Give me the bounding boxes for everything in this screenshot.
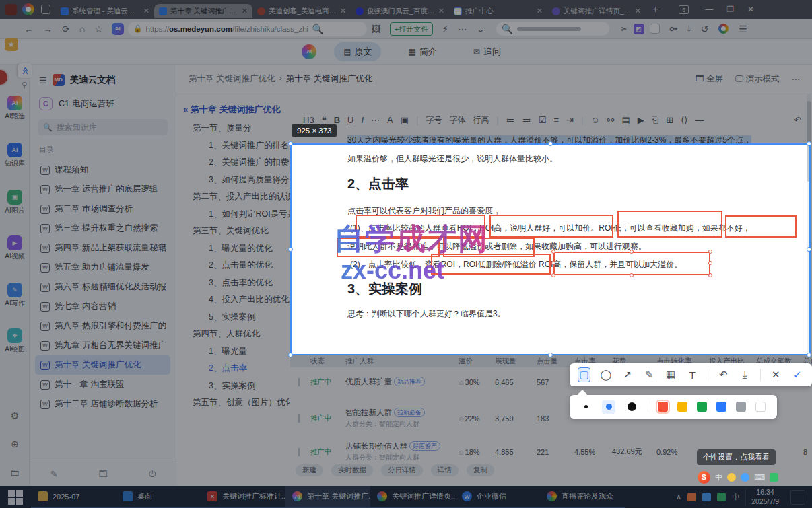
home-icon[interactable]: ⌂ — [79, 24, 85, 34]
annotation-rect[interactable] — [725, 215, 797, 238]
emoji-icon[interactable]: ☺ — [590, 115, 599, 125]
toc-item[interactable]: 5、实操案例 — [183, 309, 290, 326]
back-icon[interactable]: ← — [24, 24, 34, 34]
taskbar-item-folder[interactable]: 2025-07 — [31, 486, 116, 508]
toc-item[interactable]: 2、关键词推广的扣费公式 — [183, 154, 290, 172]
pen-tool-icon[interactable]: ✎ — [643, 367, 656, 382]
font-color-icon[interactable]: A — [387, 115, 393, 125]
toc-title[interactable]: « 第十章 关键词推广优化 — [183, 104, 290, 116]
bolt-icon[interactable]: ⚡ — [442, 24, 448, 34]
browser-profile-icon[interactable] — [22, 3, 34, 15]
ime-mode-indicator[interactable]: 中 — [732, 492, 739, 502]
arrow-tool-icon[interactable]: ↗ — [621, 367, 634, 382]
color-blue[interactable] — [716, 402, 726, 412]
sidebar-item-ch8[interactable]: W第八章 热浪引擎和付费推广的 — [35, 316, 170, 336]
tab-original-text[interactable]: ▤原文 — [334, 42, 381, 61]
toc-item[interactable]: 1、如何判定ROI是亏是赚 — [183, 206, 290, 223]
tab-summary[interactable]: ▦简介 — [399, 42, 446, 61]
link-icon[interactable]: ⚯ — [607, 115, 615, 125]
selection-handle[interactable] — [288, 141, 293, 146]
code-icon[interactable]: ⟨⟩ — [681, 115, 687, 125]
bookmark-icon[interactable]: ☆ — [94, 24, 103, 34]
keyboard-ime-icon[interactable]: ⌨ — [754, 473, 765, 482]
color-red[interactable] — [658, 402, 668, 412]
present-mode-button[interactable]: 🖵 演示模式 — [735, 73, 780, 85]
cancel-capture-icon[interactable]: ✕ — [770, 367, 782, 382]
text-tool-icon[interactable]: T — [686, 367, 699, 382]
maximize-button[interactable]: ❐ — [726, 5, 734, 14]
quote-icon[interactable]: ❝ — [322, 115, 327, 125]
sidebar-item-ch2[interactable]: W第二章 市场调查分析 — [35, 199, 170, 219]
save-download-icon[interactable]: ⤓ — [739, 367, 751, 382]
selection-handle[interactable] — [807, 353, 811, 357]
reload-icon[interactable]: ⟳ — [62, 24, 70, 34]
copy-button[interactable]: 复制 — [467, 464, 494, 476]
bold-icon[interactable]: B — [334, 115, 340, 125]
fullscreen-button[interactable]: 🗖 全屏 — [696, 73, 723, 85]
annotation-rect-selected[interactable] — [553, 252, 710, 275]
selection-handle[interactable] — [548, 353, 553, 357]
toc-item-active[interactable]: 2、点击率 — [183, 360, 290, 377]
indent-icon[interactable]: ⇥ — [566, 115, 574, 125]
quick-search-input[interactable]: 🔍 — [496, 22, 609, 36]
color-green[interactable] — [697, 402, 707, 412]
annotation-rect[interactable] — [617, 211, 722, 238]
hamburger-menu-icon[interactable]: ☰ — [739, 24, 747, 34]
tab-promo-center[interactable]: 推广中心 ✕ — [449, 4, 547, 18]
tab-close-icon[interactable]: ✕ — [438, 7, 444, 15]
font-family-select[interactable]: 字体 — [449, 114, 465, 126]
rail-plugin-icon[interactable]: ⊕ — [0, 439, 30, 449]
sidebar-item-ch3[interactable]: W第三章 提升权重之自然搜索 — [35, 219, 170, 238]
class-selector[interactable]: C C1-电商运营班 — [30, 86, 176, 110]
toc-item[interactable]: 第一节、质量分 — [183, 120, 290, 137]
annotation-handle[interactable] — [551, 261, 555, 265]
heading-select[interactable]: H3 — [303, 115, 314, 125]
mosaic-tool-icon[interactable]: ▦ — [665, 367, 677, 382]
toc-item[interactable]: 第二节、投入产出比的认识 — [183, 188, 290, 206]
close-window-button[interactable]: ✕ — [747, 5, 754, 14]
taskbar-item-wecom[interactable]: W企业微信 — [455, 486, 540, 508]
font-size-select[interactable]: 字号 — [426, 114, 442, 126]
annotation-handle[interactable] — [708, 250, 712, 254]
edit-premium-icon[interactable]: ⊙ — [459, 449, 464, 456]
rail-item-ai-video[interactable]: ▶ AI视频 — [0, 235, 30, 261]
annotation-rect[interactable] — [356, 215, 485, 238]
color-gray[interactable] — [736, 402, 746, 412]
tab-system-admin[interactable]: 系统管理 - 美迪云管理 ✕ — [56, 4, 154, 18]
edit-icon[interactable]: ✎ — [50, 469, 58, 479]
chevron-down-icon[interactable]: ⌄ — [477, 24, 485, 34]
edit-premium-icon[interactable]: ⊙ — [459, 379, 464, 386]
more-tools-icon[interactable]: ⋯ — [458, 24, 467, 34]
extension-purple-icon[interactable]: ◩ — [634, 24, 644, 34]
taskbar-item-keyword-detail[interactable]: 关键词推广详情页... — [370, 486, 455, 508]
rail-item-ai-image[interactable]: ▣ AI图片 — [0, 190, 30, 215]
tab-close-icon[interactable]: ✕ — [143, 7, 149, 15]
pin-icon[interactable]: ⚲ — [22, 81, 27, 89]
sidebar-item-notice[interactable]: W课程须知 — [35, 160, 170, 180]
sidebar-item-ch1[interactable]: W第一章 运营推广的底层逻辑 — [35, 180, 170, 199]
tab-meidi-chuangke[interactable]: 美迪创客_美迪电商_美 ✕ — [252, 4, 351, 18]
toc-item[interactable]: 第三节、关键词优化 — [183, 223, 290, 240]
minimize-button[interactable]: — — [705, 5, 713, 14]
toc-item[interactable]: 2、点击量的优化 — [183, 257, 290, 275]
sidebar-item-ch5[interactable]: W第五章 助力店铺流量爆发 — [35, 258, 170, 277]
table-icon[interactable]: ⊞ — [666, 115, 673, 125]
taskbar-item-desktop[interactable]: 桌面 — [116, 486, 201, 508]
ai-assistant-icon[interactable]: AI — [112, 23, 124, 35]
taskbar-item-live-comments[interactable]: 直播评论及观众 — [540, 486, 625, 508]
forward-icon[interactable]: → — [43, 24, 53, 34]
annotation-handle[interactable] — [551, 273, 555, 277]
tab-chapter10[interactable]: 第十章 关键词推广优化 ✕ — [154, 4, 252, 18]
annotation-handle[interactable] — [630, 250, 634, 254]
edit-premium-icon[interactable]: ⊙ — [459, 416, 464, 423]
undo-icon[interactable]: ↶ — [794, 115, 801, 125]
annotation-handle[interactable] — [708, 261, 712, 265]
sidebar-item-ch10[interactable]: W第十章 关键词推广优化 — [35, 355, 170, 375]
tab-close-icon[interactable]: ✕ — [537, 7, 543, 15]
align-icon[interactable]: ≡ — [553, 115, 559, 125]
sidebar-item-ch9[interactable]: W第九章 万相台无界关键词推广 — [35, 336, 170, 355]
stroke-size-medium[interactable] — [602, 400, 615, 414]
realtime-button[interactable]: 实时数据 — [331, 464, 373, 476]
calendar-icon[interactable]: 🗔 — [99, 469, 108, 479]
sidebar-item-ch6[interactable]: W第六章 标题精细优化及活动报 — [35, 277, 170, 297]
